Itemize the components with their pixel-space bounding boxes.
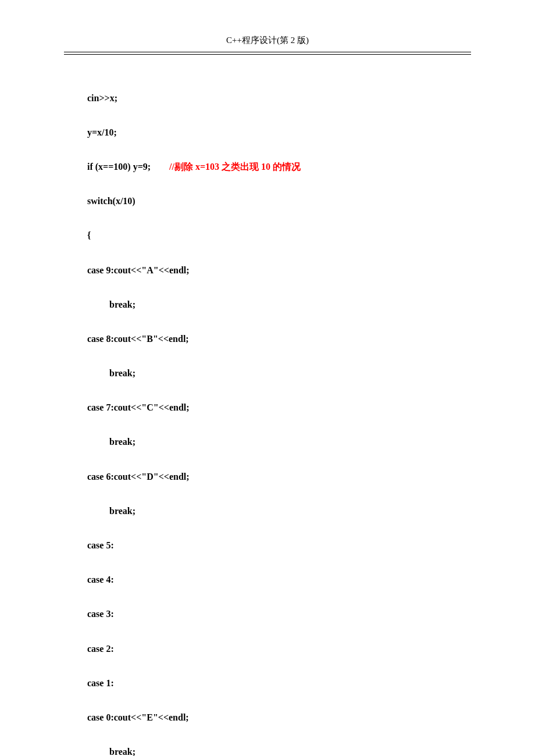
code-line: if (x==100) y=9; //剔除 x=103 之类出现 10 的情况 bbox=[64, 158, 471, 176]
code-line: case 4: bbox=[64, 571, 471, 589]
code-line: case 8:cout<<"B"<<endl; bbox=[64, 330, 471, 348]
code-line: break; bbox=[64, 743, 471, 756]
code-line: break; bbox=[64, 433, 471, 451]
code-line: case 7:cout<<"C"<<endl; bbox=[64, 399, 471, 416]
code-line: switch(x/10) bbox=[64, 192, 471, 210]
code-line: case 3: bbox=[64, 605, 471, 623]
code-line: break; bbox=[64, 502, 471, 520]
page: C++程序设计(第 2 版) cin>>x; y=x/10; if (x==10… bbox=[0, 0, 535, 756]
header-underline bbox=[64, 52, 471, 55]
code-comment: //剔除 x=103 之类出现 10 的情况 bbox=[169, 162, 301, 172]
code-line: case 0:cout<<"E"<<endl; bbox=[64, 709, 471, 726]
code-line: case 5: bbox=[64, 537, 471, 554]
code-line: cin>>x; bbox=[64, 90, 471, 107]
code-text: if (x==100) y=9; bbox=[87, 162, 169, 172]
page-header: C++程序设计(第 2 版) bbox=[64, 35, 471, 47]
code-line: break; bbox=[64, 296, 471, 313]
code-line: case 9:cout<<"A"<<endl; bbox=[64, 262, 471, 279]
code-line: case 6:cout<<"D"<<endl; bbox=[64, 468, 471, 486]
code-line: y=x/10; bbox=[64, 124, 471, 141]
code-line: case 2: bbox=[64, 640, 471, 658]
code-line: break; bbox=[64, 365, 471, 382]
code-line: { bbox=[64, 227, 471, 244]
code-block-1: cin>>x; y=x/10; if (x==100) y=9; //剔除 x=… bbox=[64, 72, 471, 756]
code-line: case 1: bbox=[64, 675, 471, 692]
header-title: C++程序设计(第 2 版) bbox=[226, 35, 309, 47]
